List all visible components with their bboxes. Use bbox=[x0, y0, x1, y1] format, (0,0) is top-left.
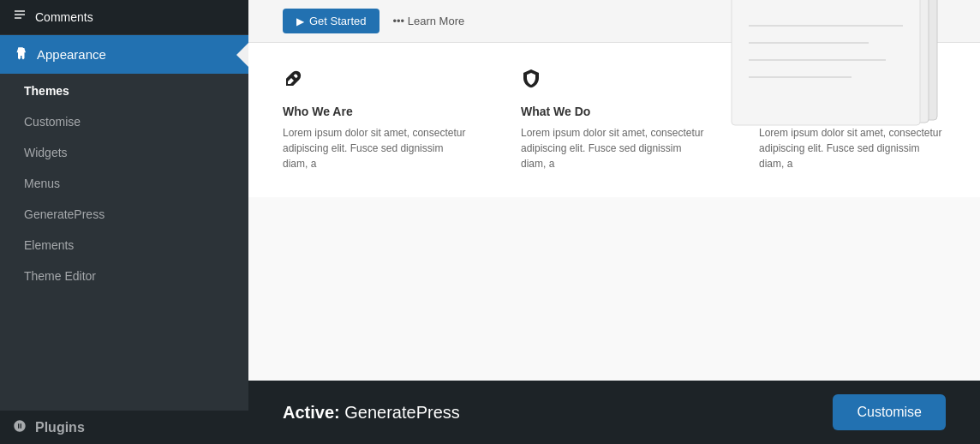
sidebar-item-menus[interactable]: Menus bbox=[0, 168, 248, 199]
sidebar-item-elements[interactable]: Elements bbox=[0, 230, 248, 261]
sidebar-item-plugins[interactable]: Plugins bbox=[0, 411, 248, 444]
sidebar-item-widgets-label: Widgets bbox=[24, 146, 68, 159]
preview-top-bar: ▶ Get Started ••• Learn More bbox=[248, 0, 980, 43]
feature-item-who-we-are: Who We Are Lorem ipsum dolor sit amet, c… bbox=[283, 69, 469, 171]
appearance-icon bbox=[13, 45, 28, 63]
sidebar-item-appearance-label: Appearance bbox=[37, 47, 106, 62]
sidebar-item-themes-label: Themes bbox=[24, 84, 69, 98]
sidebar-item-themes[interactable]: Themes bbox=[0, 74, 248, 106]
sidebar-item-menus-label: Menus bbox=[24, 177, 60, 190]
decoration-graphic bbox=[697, 0, 980, 129]
active-theme-bar: Active: GeneratePress Customise bbox=[248, 381, 980, 444]
sidebar-item-theme-editor[interactable]: Theme Editor bbox=[0, 261, 248, 291]
comments-icon bbox=[13, 9, 27, 26]
who-we-are-title: Who We Are bbox=[283, 105, 469, 118]
sidebar-item-theme-editor-label: Theme Editor bbox=[24, 269, 96, 283]
sidebar-submenu: Themes Customise Widgets Menus GenerateP… bbox=[0, 74, 248, 411]
sidebar-item-plugins-label: Plugins bbox=[35, 420, 85, 435]
learn-more-link[interactable]: ••• Learn More bbox=[392, 15, 464, 27]
active-theme-label: Active: GeneratePress bbox=[283, 403, 460, 423]
main-content: ▶ Get Started ••• Learn More bbox=[248, 0, 980, 444]
sidebar: Comments Appearance Themes Customise Wid… bbox=[0, 0, 248, 444]
who-we-are-icon bbox=[283, 69, 469, 94]
sidebar-item-comments-label: Comments bbox=[35, 10, 93, 24]
customise-button[interactable]: Customise bbox=[833, 394, 946, 430]
sidebar-item-customise[interactable]: Customise bbox=[0, 106, 248, 137]
what-we-do-title: What We Do bbox=[521, 105, 708, 118]
theme-preview-area: ▶ Get Started ••• Learn More bbox=[248, 0, 980, 381]
what-we-do-icon bbox=[521, 69, 708, 94]
plugins-icon bbox=[13, 419, 27, 435]
svg-rect-2 bbox=[732, 0, 920, 125]
sidebar-item-comments[interactable]: Comments bbox=[0, 0, 248, 35]
active-bold-label: Active: bbox=[283, 403, 340, 422]
sidebar-item-appearance[interactable]: Appearance bbox=[0, 35, 248, 74]
active-theme-name: GeneratePress bbox=[344, 403, 460, 422]
sidebar-item-widgets[interactable]: Widgets bbox=[0, 137, 248, 168]
how-we-do-text: Lorem ipsum dolor sit amet, consectetur … bbox=[759, 125, 946, 171]
what-we-do-text: Lorem ipsum dolor sit amet, consectetur … bbox=[521, 125, 708, 171]
sidebar-item-generatepress-label: GeneratePress bbox=[24, 207, 105, 221]
get-started-button[interactable]: ▶ Get Started bbox=[283, 9, 379, 33]
play-icon: ▶ bbox=[296, 15, 304, 27]
who-we-are-text: Lorem ipsum dolor sit amet, consectetur … bbox=[283, 125, 469, 171]
sidebar-item-generatepress[interactable]: GeneratePress bbox=[0, 199, 248, 230]
sidebar-item-elements-label: Elements bbox=[24, 238, 74, 252]
sidebar-item-customise-label: Customise bbox=[24, 115, 81, 129]
feature-item-what-we-do: What We Do Lorem ipsum dolor sit amet, c… bbox=[521, 69, 708, 171]
